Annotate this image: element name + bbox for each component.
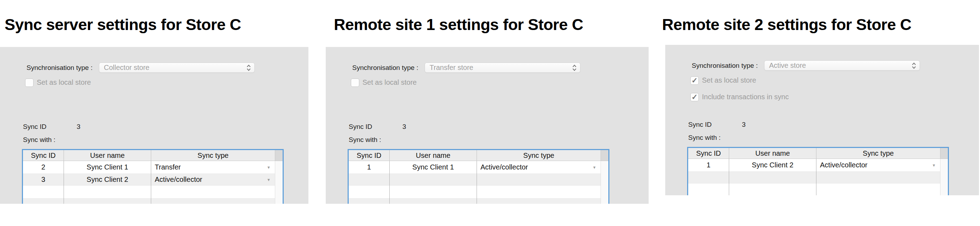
settings-panel-sync-server: Synchronisation type : Collector store S… [0,47,309,204]
table-row-empty[interactable] [688,171,948,184]
table-row[interactable]: 2 Sync Client 1 Transfer▼ [23,161,283,173]
cell-sync-type-value: Active/collector [480,163,528,171]
settings-panel-remote-site-1: Synchronisation type : Transfer store Se… [326,47,649,204]
cell-sync-id[interactable]: 2 [23,161,64,173]
cell-sync-type-dropdown[interactable]: Active/collector▼ [151,173,275,186]
table-row[interactable]: 3 Sync Client 2 Active/collector▼ [23,173,283,186]
set-as-local-store-checkbox[interactable] [351,78,359,87]
table-row[interactable]: 1 Sync Client 2 Active/collector▼ [688,159,948,171]
cell-sync-type-dropdown[interactable]: Active/collector▼ [477,161,601,173]
column-header-user-name: User name [729,148,816,159]
sync-with-label: Sync with : [23,135,56,144]
cell-user-name[interactable]: Sync Client 2 [64,173,151,186]
table-header-row: Sync ID User name Sync type [23,150,283,161]
table-scrollbar[interactable] [601,150,608,161]
sync-type-select[interactable]: Collector store [99,62,255,73]
stepper-icon [911,61,917,70]
sync-type-label: Synchronisation type : [352,62,418,73]
dropdown-arrow-icon: ▼ [932,163,936,167]
checkmark-icon: ✓ [691,93,698,101]
set-as-local-store-checkbox[interactable]: ✓ [690,76,699,85]
table-scrollbar-track[interactable] [275,161,283,173]
table-scrollbar-track[interactable] [601,161,608,173]
stepper-icon [246,64,251,72]
sync-with-label: Sync with : [349,135,381,144]
sync-id-value: 3 [742,120,746,129]
cell-user-name[interactable]: Sync Client 1 [64,161,151,173]
column-header-user-name: User name [390,150,477,161]
cell-sync-id[interactable]: 1 [349,161,390,173]
column-header-sync-type: Sync type [151,150,275,161]
sync-type-select[interactable]: Active store [764,60,920,71]
page-title-remote-site-1: Remote site 1 settings for Store C [334,16,583,34]
table-header-row: Sync ID User name Sync type [688,148,948,159]
cell-sync-type-value: Active/collector [155,175,202,184]
cell-sync-id[interactable]: 1 [688,159,729,171]
include-transactions-label: Include transactions in sync [702,93,789,101]
dropdown-arrow-icon: ▼ [267,165,270,170]
dropdown-arrow-icon: ▼ [267,178,270,182]
table-scrollbar-track[interactable] [275,173,283,186]
sync-id-row: Sync ID 3 [688,120,712,129]
table-scrollbar[interactable] [940,148,948,159]
screenshot-root: Sync server settings for Store C Synchro… [0,0,980,226]
table-row-empty[interactable] [349,173,608,186]
sync-type-select[interactable]: Transfer store [425,62,581,73]
column-header-sync-id: Sync ID [688,148,729,159]
sync-id-value: 3 [77,123,81,131]
set-as-local-store-label: Set as local store [363,78,417,86]
column-header-sync-type: Sync type [477,150,601,161]
column-header-user-name: User name [64,150,151,161]
table-row-empty[interactable] [688,184,948,195]
sync-type-selected-value: Transfer store [425,64,572,72]
stepper-icon [572,64,577,72]
table-header-row: Sync ID User name Sync type [349,150,608,161]
table-scrollbar-track[interactable] [940,159,948,171]
page-title-remote-site-2: Remote site 2 settings for Store C [662,16,912,34]
sync-with-table: Sync ID User name Sync type 1 Sync Clien… [687,147,949,195]
column-header-sync-type: Sync type [816,148,940,159]
column-header-sync-id: Sync ID [349,150,390,161]
column-header-sync-id: Sync ID [23,150,64,161]
set-as-local-store-label: Set as local store [702,76,756,84]
table-row-empty[interactable] [23,198,283,204]
table-scrollbar[interactable] [275,150,283,161]
cell-sync-type-value: Active/collector [820,161,868,169]
set-as-local-store-checkbox[interactable] [25,78,33,87]
sync-with-label: Sync with : [688,134,721,142]
sync-type-label: Synchronisation type : [27,62,92,73]
cell-user-name[interactable]: Sync Client 1 [390,161,477,173]
cell-sync-id[interactable]: 3 [23,173,64,186]
dropdown-arrow-icon: ▼ [592,165,597,170]
table-row-empty[interactable] [23,186,283,198]
set-as-local-store-label: Set as local store [37,78,91,86]
table-row-empty[interactable] [349,186,608,198]
table-row-empty[interactable] [349,198,608,204]
sync-id-row: Sync ID 3 [23,123,47,131]
sync-type-label: Synchronisation type : [692,60,758,71]
sync-with-table: Sync ID User name Sync type 1 Sync Clien… [348,149,609,204]
sync-type-selected-value: Collector store [99,64,246,72]
checkmark-icon: ✓ [691,76,698,84]
cell-sync-type-dropdown[interactable]: Transfer▼ [151,161,275,173]
include-transactions-checkbox[interactable]: ✓ [690,93,699,101]
sync-type-selected-value: Active store [765,61,911,70]
settings-panel-remote-site-2: Synchronisation type : Active store ✓ Se… [665,45,979,195]
table-row[interactable]: 1 Sync Client 1 Active/collector▼ [349,161,608,173]
sync-id-label: Sync ID [688,121,712,128]
sync-id-value: 3 [402,123,406,131]
cell-user-name[interactable]: Sync Client 2 [729,159,816,171]
cell-sync-type-value: Transfer [155,163,181,171]
sync-id-label: Sync ID [349,123,372,130]
sync-id-row: Sync ID 3 [349,123,372,131]
sync-id-label: Sync ID [23,123,47,130]
cell-sync-type-dropdown[interactable]: Active/collector▼ [816,159,940,171]
page-title-sync-server: Sync server settings for Store C [5,16,241,34]
sync-with-table: Sync ID User name Sync type 2 Sync Clien… [22,149,284,204]
